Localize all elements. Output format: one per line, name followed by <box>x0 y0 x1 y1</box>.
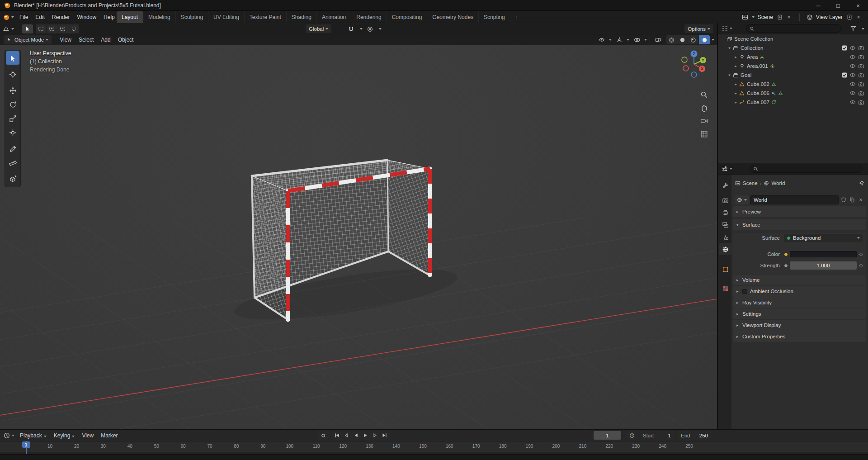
strength-field[interactable]: 1.000 <box>790 261 857 270</box>
scene-selector[interactable]: Scene × <box>740 13 795 22</box>
view-layer-selector[interactable]: View Layer × <box>804 13 864 22</box>
maximize-button[interactable]: □ <box>828 0 848 11</box>
axis-neg-x[interactable] <box>683 66 689 71</box>
outliner-search-input[interactable] <box>746 24 842 33</box>
eye-icon[interactable] <box>849 54 856 60</box>
tool-measure[interactable] <box>6 156 19 170</box>
eye-icon[interactable] <box>849 45 856 51</box>
playhead-frame-chip[interactable]: 1 <box>22 441 30 448</box>
timeline-menu-keying[interactable]: Keying <box>50 430 79 441</box>
tool-cursor[interactable] <box>6 67 19 81</box>
viewport-menu-object[interactable]: Object <box>114 34 137 46</box>
blender-menu-icon[interactable] <box>3 14 9 20</box>
proportional-options-caret[interactable] <box>379 28 382 30</box>
scene-name[interactable]: Scene <box>758 14 773 20</box>
unlink-datablock-icon[interactable]: × <box>857 196 864 204</box>
tool-move[interactable] <box>6 84 19 97</box>
overlays-dropdown[interactable] <box>632 35 642 44</box>
outliner-row-cube-007[interactable]: ▸Cube.007 <box>718 98 868 107</box>
crumb-world[interactable]: World <box>771 180 785 186</box>
mode-dropdown[interactable]: Object Mode <box>4 35 52 44</box>
zoom-icon[interactable] <box>700 91 708 99</box>
active-tool-tweak-button[interactable] <box>22 24 33 33</box>
select-intersect-button[interactable] <box>68 24 79 33</box>
remove-view-layer-icon[interactable]: × <box>855 14 862 21</box>
disclosure-right-icon[interactable]: ▸ <box>733 55 738 59</box>
viewport-menu-select[interactable]: Select <box>75 34 97 46</box>
fake-user-shield-icon[interactable] <box>840 196 847 204</box>
select-extend-button[interactable] <box>47 24 57 33</box>
outliner-row-goal[interactable]: ▾Goal <box>718 71 868 80</box>
disclosure-right-icon[interactable]: ▸ <box>733 100 738 104</box>
filter-caret[interactable] <box>862 28 864 30</box>
workspace-tab-animation[interactable]: Animation <box>317 11 351 23</box>
snap-options-caret[interactable] <box>360 28 363 30</box>
eye-icon[interactable] <box>849 72 856 78</box>
color-swatch[interactable] <box>790 251 857 257</box>
filter-icon[interactable] <box>850 25 856 31</box>
world-name-field[interactable]: World <box>750 195 839 204</box>
proportional-editing-icon[interactable] <box>364 24 375 33</box>
new-scene-icon[interactable] <box>776 14 783 21</box>
view-layer-name[interactable]: View Layer <box>816 14 843 20</box>
tool-add-cube[interactable] <box>6 172 19 186</box>
camera-icon[interactable] <box>858 99 864 105</box>
menu-file[interactable]: File <box>16 11 32 23</box>
disclosure-down-icon[interactable]: ▾ <box>727 73 732 77</box>
disclosure-right-icon[interactable]: ▸ <box>733 64 738 68</box>
panel-header-volume[interactable]: ▸Volume <box>733 275 866 285</box>
properties-tab-tool[interactable] <box>719 179 731 191</box>
new-view-layer-icon[interactable] <box>846 14 853 21</box>
current-frame-field[interactable]: 1 <box>594 431 621 440</box>
shading-solid-button[interactable] <box>677 35 688 44</box>
tool-annotate[interactable] <box>6 142 19 156</box>
preview-range-icon[interactable] <box>627 431 637 440</box>
menu-render[interactable]: Render <box>48 11 73 23</box>
panel-header-ray-visibility[interactable]: ▸Ray Visibility <box>733 297 866 308</box>
properties-tab-world[interactable] <box>719 243 731 255</box>
workspace-tab-geometry-nodes[interactable]: Geometry Nodes <box>427 11 479 23</box>
shading-wireframe-button[interactable] <box>666 35 677 44</box>
checkbox-icon[interactable] <box>842 72 847 78</box>
properties-tab-object[interactable] <box>719 263 731 275</box>
animate-property-icon[interactable] <box>859 253 863 256</box>
jump-to-end-icon[interactable] <box>380 431 389 440</box>
surface-type-menu[interactable]: Background <box>784 234 863 242</box>
camera-icon[interactable] <box>858 63 864 69</box>
animate-property-icon[interactable] <box>859 264 863 267</box>
ambient-occlusion-checkbox[interactable] <box>742 289 747 294</box>
ortho-toggle-icon[interactable] <box>700 130 708 138</box>
snap-magnet-icon[interactable] <box>345 24 356 33</box>
eye-icon[interactable] <box>849 99 856 105</box>
workspace-tab-modeling[interactable]: Modeling <box>143 11 176 23</box>
properties-tab-texture[interactable] <box>719 282 731 294</box>
axis-neg-y[interactable] <box>682 57 687 62</box>
unlink-scene-icon[interactable]: × <box>785 14 793 21</box>
workspace-tab-compositing[interactable]: Compositing <box>387 11 428 23</box>
panel-header-ambient-occlusion[interactable]: ▸Ambient Occlusion <box>733 286 866 297</box>
start-frame-field[interactable]: Start 1 <box>639 431 675 440</box>
menu-edit[interactable]: Edit <box>32 11 48 23</box>
editor-type-caret[interactable] <box>11 28 14 30</box>
close-button[interactable]: × <box>848 0 868 11</box>
camera-icon[interactable] <box>858 54 864 60</box>
gizmos-dropdown[interactable] <box>614 35 625 44</box>
jump-to-start-icon[interactable] <box>332 431 342 440</box>
viewport-menu-add[interactable]: Add <box>97 34 114 46</box>
axis-neg-z[interactable] <box>691 72 697 77</box>
eye-icon[interactable] <box>849 63 856 69</box>
workspace-tab-sculpting[interactable]: Sculpting <box>176 11 208 23</box>
object-visibility-dropdown[interactable] <box>596 35 607 44</box>
tool-rotate[interactable] <box>6 98 19 111</box>
panel-header-viewport-display[interactable]: ▸Viewport Display <box>733 320 866 331</box>
minimize-button[interactable]: ─ <box>808 0 828 11</box>
eye-icon[interactable] <box>849 81 856 87</box>
timeline-menu-view[interactable]: View <box>78 430 97 441</box>
viewport-3d[interactable]: User Perspective (1) Collection Renderin… <box>0 23 717 429</box>
camera-view-icon[interactable] <box>700 117 708 125</box>
properties-search-input[interactable] <box>750 165 863 173</box>
workspace-tab-uv-editing[interactable]: UV Editing <box>208 11 245 23</box>
workspace-tab-scripting[interactable]: Scripting <box>479 11 510 23</box>
end-frame-field[interactable]: End 250 <box>677 431 712 440</box>
outliner-row-cube-002[interactable]: ▸Cube.002 <box>718 80 868 89</box>
